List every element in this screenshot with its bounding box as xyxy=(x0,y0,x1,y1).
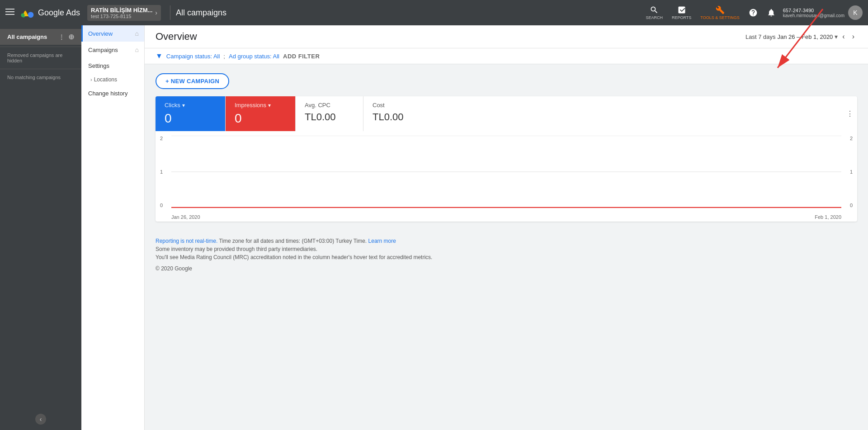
locations-expand-icon: › xyxy=(90,77,92,82)
app-title: Google Ads xyxy=(38,8,80,18)
realtime-link[interactable]: Reporting is not real-time. xyxy=(156,238,217,244)
breadcrumb-text: All campaigns xyxy=(176,8,226,18)
company-name: RATİN BİLİŞİM HİZM... xyxy=(91,7,152,14)
chart-svg xyxy=(171,136,841,208)
clicks-dropdown-icon[interactable]: ▾ xyxy=(182,102,185,109)
footer-copyright-area: © 2020 Google xyxy=(156,264,857,272)
metrics-container: Clicks ▾ 0 Impressions ▾ 0 Avg. CPC T xyxy=(156,96,857,222)
page-title: Overview xyxy=(156,31,197,43)
avg-cpc-label: Avg. CPC xyxy=(305,102,354,109)
clicks-value: 0 xyxy=(165,111,216,126)
sidebar-item-campaigns[interactable]: Campaigns ⌂ xyxy=(81,42,144,58)
tools-nav-label: TOOLS & SETTINGS xyxy=(700,15,739,20)
impressions-label-text: Impressions xyxy=(235,102,266,109)
overview-label: Overview xyxy=(88,30,113,37)
page-header: Overview Last 7 days Jan 26 – Feb 1, 202… xyxy=(145,25,868,48)
collapse-icon: ‹ xyxy=(35,414,46,425)
content-area: + NEW CAMPAIGN Clicks ▾ 0 Impressions ▾ xyxy=(145,64,868,231)
filter-bar: ▼ Campaign status: All ; Ad group status… xyxy=(145,48,868,64)
date-next-button[interactable]: › xyxy=(849,31,857,43)
nav-divider xyxy=(170,5,170,20)
hamburger-menu[interactable] xyxy=(5,7,14,19)
notifications-button[interactable] xyxy=(763,6,779,19)
primary-sidebar: All campaigns ⋮ ⊕ Removed campaigns are … xyxy=(0,25,81,430)
clicks-label: Clicks ▾ xyxy=(165,102,216,109)
sidebar-item-change-history[interactable]: Change history xyxy=(81,85,144,101)
metrics-header: Clicks ▾ 0 Impressions ▾ 0 Avg. CPC T xyxy=(156,96,857,131)
x-label-end: Feb 1, 2020 xyxy=(815,214,841,220)
locations-label: Locations xyxy=(94,76,117,83)
impressions-metric-tile[interactable]: Impressions ▾ 0 xyxy=(226,96,296,131)
overview-icons: ⌂ xyxy=(135,30,139,37)
search-nav-button[interactable]: SEARCH xyxy=(642,4,666,22)
sidebar-section: All campaigns ⋮ ⊕ Removed campaigns are … xyxy=(0,25,81,87)
svg-rect-0 xyxy=(5,9,14,9)
user-avatar: K xyxy=(848,5,863,20)
sidebar-item-all-campaigns[interactable]: All campaigns ⋮ ⊕ xyxy=(0,29,81,45)
sidebar-divider xyxy=(0,47,81,47)
new-campaign-button[interactable]: + NEW CAMPAIGN xyxy=(156,73,229,89)
campaigns-label: Campaigns xyxy=(88,47,118,53)
sidebar-warning: Removed campaigns are hidden xyxy=(0,49,81,67)
chart-x-labels: Jan 26, 2020 Feb 1, 2020 xyxy=(171,214,841,220)
sidebar-collapse-btn[interactable]: ‹ xyxy=(0,408,81,430)
campaign-status-filter[interactable]: Campaign status: All xyxy=(166,53,220,60)
account-chevron-icon: › xyxy=(155,9,157,16)
filter-separator: ; xyxy=(223,53,225,60)
search-nav-label: SEARCH xyxy=(646,15,663,20)
y-label-1-left: 1 xyxy=(160,169,163,175)
account-selector[interactable]: RATİN BİLİŞİM HİZM... test 173-725-8115 … xyxy=(87,5,161,21)
clicks-metric-tile[interactable]: Clicks ▾ 0 xyxy=(156,96,226,131)
campaigns-icons: ⌂ xyxy=(135,46,139,53)
main-content: Overview Last 7 days Jan 26 – Feb 1, 202… xyxy=(145,25,868,430)
clicks-label-text: Clicks xyxy=(165,102,180,109)
footer-inventory-note: Some inventory may be provided through t… xyxy=(156,246,857,252)
avg-cpc-metric-tile[interactable]: Avg. CPC TL0.00 xyxy=(296,96,363,131)
change-history-label: Change history xyxy=(88,90,127,97)
chart-y-labels-right: 2 1 0 xyxy=(850,136,853,208)
x-label-start: Jan 26, 2020 xyxy=(171,214,200,220)
cost-label: Cost xyxy=(373,102,834,109)
tools-nav-button[interactable]: TOOLS & SETTINGS xyxy=(697,4,743,22)
filter-icon: ▼ xyxy=(156,52,163,60)
user-info[interactable]: 657-247-3490 kaveh.mirmousavi@gmail.com … xyxy=(783,5,863,20)
sidebar-item-overview[interactable]: Overview ⌂ xyxy=(81,25,144,42)
impressions-dropdown-icon[interactable]: ▾ xyxy=(268,102,271,109)
settings-label: Settings xyxy=(88,62,109,69)
footer-copyright: © 2020 Google xyxy=(156,265,192,272)
nav-actions: SEARCH REPORTS TOOLS & SETTINGS xyxy=(642,4,779,22)
footer-mrc-note: You'll see Media Rating Council (MRC) ac… xyxy=(156,254,857,260)
help-nav-button[interactable] xyxy=(745,6,761,19)
cost-value: TL0.00 xyxy=(373,111,834,123)
sidebar-divider-2 xyxy=(0,69,81,69)
add-filter-button[interactable]: ADD FILTER xyxy=(283,53,320,60)
avg-cpc-value: TL0.00 xyxy=(305,111,354,123)
y-label-0-right: 0 xyxy=(850,203,853,208)
secondary-sidebar: Overview ⌂ Campaigns ⌂ Settings › Locati… xyxy=(81,25,145,430)
learn-more-link[interactable]: Learn more xyxy=(368,238,396,244)
reports-nav-button[interactable]: REPORTS xyxy=(668,4,695,22)
y-label-2-right: 2 xyxy=(850,136,853,141)
impressions-value: 0 xyxy=(235,111,286,126)
sidebar-item-locations[interactable]: › Locations xyxy=(81,74,144,85)
date-range-selector[interactable]: Last 7 days Jan 26 – Feb 1, 2020 ▾ ‹ › xyxy=(745,31,857,43)
ad-group-status-filter[interactable]: Ad group status: All xyxy=(229,53,279,60)
sidebar-no-match: No matching campaigns xyxy=(0,71,81,84)
all-campaigns-label: All campaigns xyxy=(7,33,47,40)
timezone-text: Time zone for all dates and times: (GMT+… xyxy=(219,238,368,244)
date-range-dates: Jan 26 – Feb 1, 2020 xyxy=(777,33,833,40)
y-label-1-right: 1 xyxy=(850,169,853,175)
cost-metric-tile[interactable]: Cost TL0.00 xyxy=(363,96,843,131)
y-label-2-left: 2 xyxy=(160,136,163,141)
sidebar-more-icon[interactable]: ⋮ xyxy=(58,33,65,41)
date-range-dropdown-icon[interactable]: ▾ xyxy=(835,33,838,40)
page-footer: Reporting is not real-time. Time zone fo… xyxy=(145,231,868,290)
campaigns-home-icon: ⌂ xyxy=(135,46,139,53)
app-logo: Google Ads xyxy=(20,5,87,20)
sidebar-item-settings[interactable]: Settings xyxy=(81,58,144,74)
chart-y-labels-left: 2 1 0 xyxy=(160,136,163,208)
overview-home-icon: ⌂ xyxy=(135,30,139,37)
sidebar-add-icon[interactable]: ⊕ xyxy=(68,33,74,41)
date-prev-button[interactable]: ‹ xyxy=(840,31,847,43)
metric-options-button[interactable]: ⋮ xyxy=(843,96,857,131)
